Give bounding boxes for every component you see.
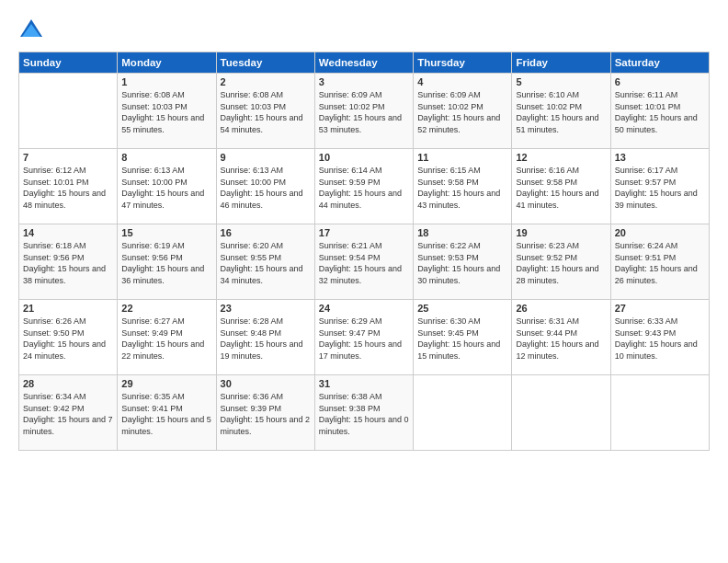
day-cell: 22Sunrise: 6:27 AMSunset: 9:49 PMDayligh… bbox=[118, 300, 216, 375]
cell-content: Sunrise: 6:33 AMSunset: 9:43 PMDaylight:… bbox=[615, 316, 705, 362]
day-number: 3 bbox=[319, 76, 409, 87]
day-number: 19 bbox=[516, 227, 606, 238]
day-cell: 19Sunrise: 6:23 AMSunset: 9:52 PMDayligh… bbox=[512, 224, 610, 300]
logo bbox=[18, 17, 48, 42]
week-row-2: 7Sunrise: 6:12 AMSunset: 10:01 PMDayligh… bbox=[19, 149, 710, 224]
day-cell bbox=[512, 375, 610, 451]
day-number: 18 bbox=[417, 227, 507, 238]
calendar-page: SundayMondayTuesdayWednesdayThursdayFrid… bbox=[0, 0, 728, 563]
day-header-saturday: Saturday bbox=[610, 52, 709, 74]
cell-content: Sunrise: 6:21 AMSunset: 9:54 PMDaylight:… bbox=[319, 240, 409, 286]
cell-content: Sunrise: 6:13 AMSunset: 10:00 PMDaylight… bbox=[121, 165, 211, 211]
day-cell: 9Sunrise: 6:13 AMSunset: 10:00 PMDayligh… bbox=[216, 149, 314, 224]
day-cell: 11Sunrise: 6:15 AMSunset: 9:58 PMDayligh… bbox=[414, 149, 512, 224]
day-cell: 18Sunrise: 6:22 AMSunset: 9:53 PMDayligh… bbox=[414, 224, 512, 300]
day-number: 21 bbox=[23, 303, 113, 314]
week-row-1: 1Sunrise: 6:08 AMSunset: 10:03 PMDayligh… bbox=[19, 74, 710, 149]
day-number: 11 bbox=[417, 152, 507, 163]
day-cell: 25Sunrise: 6:30 AMSunset: 9:45 PMDayligh… bbox=[414, 300, 512, 375]
week-row-3: 14Sunrise: 6:18 AMSunset: 9:56 PMDayligh… bbox=[19, 224, 710, 300]
logo-icon bbox=[18, 17, 44, 42]
day-cell: 31Sunrise: 6:38 AMSunset: 9:38 PMDayligh… bbox=[314, 375, 413, 451]
day-number: 28 bbox=[23, 378, 113, 389]
day-header-sunday: Sunday bbox=[19, 52, 118, 74]
day-header-thursday: Thursday bbox=[414, 52, 512, 74]
day-cell bbox=[414, 375, 512, 451]
day-number: 27 bbox=[615, 303, 705, 314]
day-cell: 21Sunrise: 6:26 AMSunset: 9:50 PMDayligh… bbox=[19, 300, 118, 375]
day-cell: 2Sunrise: 6:08 AMSunset: 10:03 PMDayligh… bbox=[216, 74, 314, 149]
day-cell: 26Sunrise: 6:31 AMSunset: 9:44 PMDayligh… bbox=[512, 300, 610, 375]
day-cell: 13Sunrise: 6:17 AMSunset: 9:57 PMDayligh… bbox=[610, 149, 709, 224]
cell-content: Sunrise: 6:10 AMSunset: 10:02 PMDaylight… bbox=[516, 89, 606, 135]
cell-content: Sunrise: 6:23 AMSunset: 9:52 PMDaylight:… bbox=[516, 240, 606, 286]
day-number: 30 bbox=[221, 378, 311, 389]
cell-content: Sunrise: 6:13 AMSunset: 10:00 PMDaylight… bbox=[221, 165, 311, 211]
day-cell: 5Sunrise: 6:10 AMSunset: 10:02 PMDayligh… bbox=[512, 74, 610, 149]
day-cell: 28Sunrise: 6:34 AMSunset: 9:42 PMDayligh… bbox=[19, 375, 118, 451]
cell-content: Sunrise: 6:14 AMSunset: 9:59 PMDaylight:… bbox=[319, 165, 409, 211]
day-cell: 1Sunrise: 6:08 AMSunset: 10:03 PMDayligh… bbox=[118, 74, 216, 149]
cell-content: Sunrise: 6:08 AMSunset: 10:03 PMDaylight… bbox=[121, 89, 211, 135]
cell-content: Sunrise: 6:09 AMSunset: 10:02 PMDaylight… bbox=[417, 89, 507, 135]
day-cell: 3Sunrise: 6:09 AMSunset: 10:02 PMDayligh… bbox=[314, 74, 413, 149]
cell-content: Sunrise: 6:08 AMSunset: 10:03 PMDaylight… bbox=[221, 89, 311, 135]
cell-content: Sunrise: 6:17 AMSunset: 9:57 PMDaylight:… bbox=[615, 165, 705, 211]
cell-content: Sunrise: 6:30 AMSunset: 9:45 PMDaylight:… bbox=[417, 316, 507, 362]
day-number: 7 bbox=[23, 152, 113, 163]
day-number: 14 bbox=[23, 227, 113, 238]
cell-content: Sunrise: 6:27 AMSunset: 9:49 PMDaylight:… bbox=[121, 316, 211, 362]
cell-content: Sunrise: 6:34 AMSunset: 9:42 PMDaylight:… bbox=[23, 391, 113, 437]
day-cell: 15Sunrise: 6:19 AMSunset: 9:56 PMDayligh… bbox=[118, 224, 216, 300]
day-cell: 14Sunrise: 6:18 AMSunset: 9:56 PMDayligh… bbox=[19, 224, 118, 300]
header bbox=[18, 17, 710, 42]
day-number: 20 bbox=[615, 227, 705, 238]
day-cell: 7Sunrise: 6:12 AMSunset: 10:01 PMDayligh… bbox=[19, 149, 118, 224]
day-header-friday: Friday bbox=[512, 52, 610, 74]
day-cell: 17Sunrise: 6:21 AMSunset: 9:54 PMDayligh… bbox=[314, 224, 413, 300]
day-number: 5 bbox=[516, 76, 606, 87]
cell-content: Sunrise: 6:11 AMSunset: 10:01 PMDaylight… bbox=[615, 89, 705, 135]
cell-content: Sunrise: 6:29 AMSunset: 9:47 PMDaylight:… bbox=[319, 316, 409, 362]
day-number: 6 bbox=[615, 76, 705, 87]
day-number: 2 bbox=[221, 76, 311, 87]
day-number: 15 bbox=[121, 227, 211, 238]
week-row-5: 28Sunrise: 6:34 AMSunset: 9:42 PMDayligh… bbox=[19, 375, 710, 451]
cell-content: Sunrise: 6:24 AMSunset: 9:51 PMDaylight:… bbox=[615, 240, 705, 286]
day-cell: 16Sunrise: 6:20 AMSunset: 9:55 PMDayligh… bbox=[216, 224, 314, 300]
day-number: 23 bbox=[221, 303, 311, 314]
day-number: 16 bbox=[221, 227, 311, 238]
day-header-monday: Monday bbox=[118, 52, 216, 74]
day-header-tuesday: Tuesday bbox=[216, 52, 314, 74]
day-cell: 29Sunrise: 6:35 AMSunset: 9:41 PMDayligh… bbox=[118, 375, 216, 451]
day-number: 31 bbox=[319, 378, 409, 389]
cell-content: Sunrise: 6:15 AMSunset: 9:58 PMDaylight:… bbox=[417, 165, 507, 211]
cell-content: Sunrise: 6:31 AMSunset: 9:44 PMDaylight:… bbox=[516, 316, 606, 362]
day-cell: 6Sunrise: 6:11 AMSunset: 10:01 PMDayligh… bbox=[610, 74, 709, 149]
cell-content: Sunrise: 6:19 AMSunset: 9:56 PMDaylight:… bbox=[121, 240, 211, 286]
day-cell: 8Sunrise: 6:13 AMSunset: 10:00 PMDayligh… bbox=[118, 149, 216, 224]
cell-content: Sunrise: 6:28 AMSunset: 9:48 PMDaylight:… bbox=[221, 316, 311, 362]
day-cell: 24Sunrise: 6:29 AMSunset: 9:47 PMDayligh… bbox=[314, 300, 413, 375]
cell-content: Sunrise: 6:22 AMSunset: 9:53 PMDaylight:… bbox=[417, 240, 507, 286]
day-number: 12 bbox=[516, 152, 606, 163]
day-cell: 27Sunrise: 6:33 AMSunset: 9:43 PMDayligh… bbox=[610, 300, 709, 375]
cell-content: Sunrise: 6:18 AMSunset: 9:56 PMDaylight:… bbox=[23, 240, 113, 286]
cell-content: Sunrise: 6:12 AMSunset: 10:01 PMDaylight… bbox=[23, 165, 113, 211]
day-number: 24 bbox=[319, 303, 409, 314]
day-number: 8 bbox=[121, 152, 211, 163]
day-number: 1 bbox=[121, 76, 211, 87]
day-number: 26 bbox=[516, 303, 606, 314]
day-cell: 23Sunrise: 6:28 AMSunset: 9:48 PMDayligh… bbox=[216, 300, 314, 375]
day-cell: 30Sunrise: 6:36 AMSunset: 9:39 PMDayligh… bbox=[216, 375, 314, 451]
header-row: SundayMondayTuesdayWednesdayThursdayFrid… bbox=[19, 52, 710, 74]
day-header-wednesday: Wednesday bbox=[314, 52, 413, 74]
cell-content: Sunrise: 6:26 AMSunset: 9:50 PMDaylight:… bbox=[23, 316, 113, 362]
day-number: 29 bbox=[121, 378, 211, 389]
cell-content: Sunrise: 6:09 AMSunset: 10:02 PMDaylight… bbox=[319, 89, 409, 135]
day-number: 9 bbox=[221, 152, 311, 163]
day-cell: 4Sunrise: 6:09 AMSunset: 10:02 PMDayligh… bbox=[414, 74, 512, 149]
calendar-table: SundayMondayTuesdayWednesdayThursdayFrid… bbox=[18, 52, 710, 451]
week-row-4: 21Sunrise: 6:26 AMSunset: 9:50 PMDayligh… bbox=[19, 300, 710, 375]
day-cell: 20Sunrise: 6:24 AMSunset: 9:51 PMDayligh… bbox=[610, 224, 709, 300]
